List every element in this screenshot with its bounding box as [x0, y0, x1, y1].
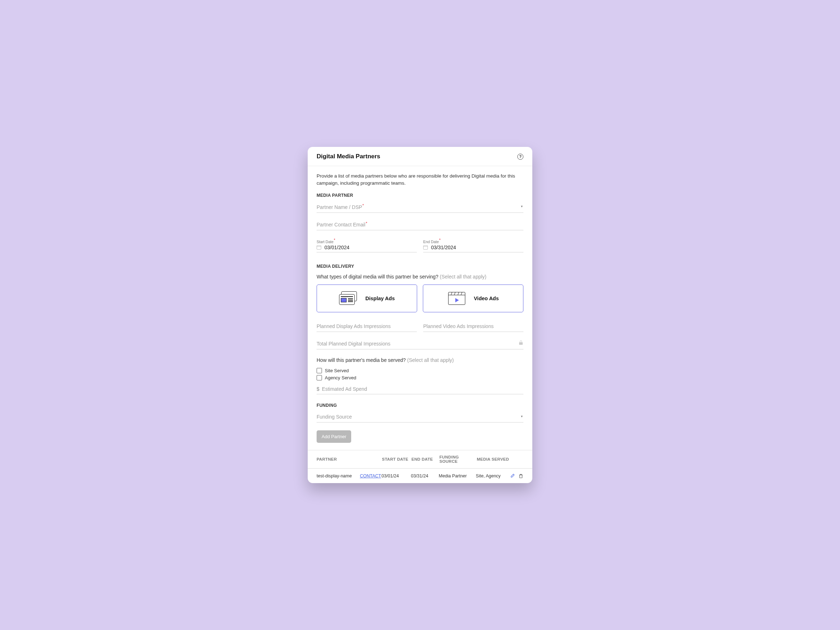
help-icon[interactable]: ?: [517, 154, 523, 160]
start-date-value: 03/01/2024: [324, 245, 349, 250]
planned-video-label: Planned Video Ads Impressions: [423, 324, 493, 329]
delete-icon[interactable]: [518, 474, 523, 478]
start-date-field[interactable]: Start Date* 03/01/2024: [317, 238, 417, 253]
section-media-partner: MEDIA PARTNER: [317, 193, 523, 198]
video-ads-icon: [447, 291, 466, 306]
funding-source-field[interactable]: Funding Source ▾: [317, 413, 523, 423]
tile-display-label: Display Ads: [365, 295, 395, 301]
card-body: Provide a list of media partners below w…: [308, 166, 532, 450]
end-date-label: End Date*: [423, 238, 523, 244]
start-date-label: Start Date*: [317, 238, 417, 244]
partner-name-label: Partner Name / DSP*: [317, 204, 364, 210]
checkbox-agency-served[interactable]: Agency Served: [317, 375, 523, 381]
planned-display-label: Planned Display Ads Impressions: [317, 324, 391, 329]
serve-question: How will this partner's media be served?…: [317, 357, 523, 363]
th-start: START DATE: [382, 457, 411, 461]
checkbox-icon: [317, 375, 322, 381]
calendar-icon: [423, 245, 428, 249]
section-funding: FUNDING: [317, 403, 523, 408]
tile-video-label: Video Ads: [474, 295, 499, 301]
tile-display-ads[interactable]: Display Ads: [317, 284, 417, 312]
site-served-label: Site Served: [325, 368, 349, 373]
partner-name-field[interactable]: Partner Name / DSP* ▾: [317, 203, 523, 213]
add-partner-button[interactable]: Add Partner: [317, 430, 351, 443]
agency-served-label: Agency Served: [325, 375, 356, 381]
table-row: test-display-name CONTACT 03/01/24 03/31…: [308, 469, 532, 483]
total-planned-label: Total Planned Digital Impressions: [317, 341, 390, 347]
cell-partner: test-display-name: [317, 474, 360, 478]
chevron-down-icon: ▾: [521, 204, 523, 208]
end-date-field[interactable]: End Date* 03/31/2024: [423, 238, 523, 253]
th-funding: FUNDING SOURCE: [440, 455, 477, 464]
cell-end: 03/31/24: [411, 474, 439, 478]
planned-display-field[interactable]: Planned Display Ads Impressions: [317, 322, 417, 332]
cell-start: 03/01/24: [382, 474, 411, 478]
checkbox-site-served[interactable]: Site Served: [317, 368, 523, 373]
display-ads-icon: [339, 291, 358, 306]
contact-email-label: Partner Contact Email*: [317, 222, 367, 227]
calendar-icon: [317, 245, 321, 249]
intro-text: Provide a list of media partners below w…: [317, 172, 523, 186]
th-partner: PARTNER: [317, 457, 360, 461]
cell-funding: Media Partner: [439, 474, 476, 478]
card-header: Digital Media Partners ?: [308, 147, 532, 166]
planned-video-field[interactable]: Planned Video Ads Impressions: [423, 322, 523, 332]
dollar-icon: $: [317, 386, 319, 392]
th-media: MEDIA SERVED: [477, 457, 511, 461]
end-date-value: 03/31/2024: [431, 245, 456, 250]
media-partners-card: Digital Media Partners ? Provide a list …: [308, 147, 532, 483]
contact-email-field[interactable]: Partner Contact Email*: [317, 221, 523, 231]
media-type-question: What types of digital media will this pa…: [317, 274, 523, 279]
estimated-spend-field[interactable]: $ Estimated Ad Spend: [317, 386, 523, 394]
section-media-delivery: MEDIA DELIVERY: [317, 264, 523, 269]
th-end: END DATE: [411, 457, 440, 461]
total-planned-field: Total Planned Digital Impressions: [317, 340, 523, 349]
contact-link[interactable]: CONTACT: [360, 474, 382, 478]
cell-media: Site, Agency: [476, 474, 510, 478]
estimated-spend-label: Estimated Ad Spend: [322, 386, 367, 392]
tile-video-ads[interactable]: Video Ads: [423, 284, 523, 312]
lock-icon: [519, 341, 523, 345]
edit-icon[interactable]: [510, 474, 515, 478]
funding-source-label: Funding Source: [317, 414, 352, 420]
checkbox-icon: [317, 368, 322, 373]
card-title: Digital Media Partners: [317, 153, 381, 160]
chevron-down-icon: ▾: [521, 414, 523, 418]
table-header-row: PARTNER START DATE END DATE FUNDING SOUR…: [308, 450, 532, 469]
partners-table: PARTNER START DATE END DATE FUNDING SOUR…: [308, 450, 532, 483]
